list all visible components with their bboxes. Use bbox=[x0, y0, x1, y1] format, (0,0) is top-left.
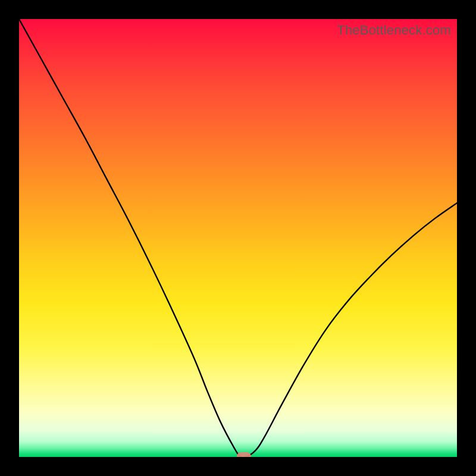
plot-area: TheBottleneck.com bbox=[19, 19, 457, 457]
chart-stage: TheBottleneck.com bbox=[0, 0, 476, 476]
optimal-point-marker bbox=[237, 452, 251, 457]
curve-path bbox=[19, 19, 457, 457]
bottleneck-curve bbox=[19, 19, 457, 457]
